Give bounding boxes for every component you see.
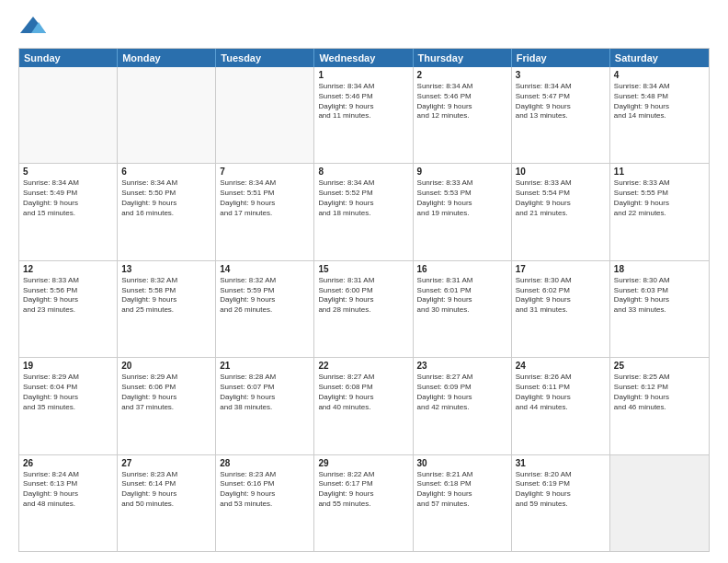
day-number: 8 bbox=[318, 167, 408, 177]
day-number: 9 bbox=[417, 167, 507, 177]
day-number: 20 bbox=[121, 361, 211, 371]
calendar-cell: 24Sunrise: 8:26 AMSunset: 6:11 PMDayligh… bbox=[512, 358, 610, 454]
calendar-cell: 18Sunrise: 8:30 AMSunset: 6:03 PMDayligh… bbox=[610, 261, 709, 357]
day-number: 30 bbox=[417, 458, 507, 468]
calendar-cell bbox=[118, 67, 216, 163]
day-number: 26 bbox=[23, 458, 113, 468]
calendar-cell: 5Sunrise: 8:34 AMSunset: 5:49 PMDaylight… bbox=[19, 164, 118, 259]
cell-content: Sunrise: 8:29 AMSunset: 6:04 PMDaylight:… bbox=[23, 373, 113, 412]
calendar-cell: 6Sunrise: 8:34 AMSunset: 5:50 PMDaylight… bbox=[118, 164, 216, 259]
cell-content: Sunrise: 8:29 AMSunset: 6:06 PMDaylight:… bbox=[121, 373, 211, 412]
calendar-cell: 1Sunrise: 8:34 AMSunset: 5:46 PMDaylight… bbox=[314, 67, 413, 163]
calendar-cell: 16Sunrise: 8:31 AMSunset: 6:01 PMDayligh… bbox=[414, 261, 512, 357]
calendar-cell: 22Sunrise: 8:27 AMSunset: 6:08 PMDayligh… bbox=[314, 358, 413, 454]
calendar-cell: 29Sunrise: 8:22 AMSunset: 6:17 PMDayligh… bbox=[314, 455, 413, 551]
day-number: 21 bbox=[220, 361, 310, 371]
day-number: 29 bbox=[318, 458, 408, 468]
calendar-row: 5Sunrise: 8:34 AMSunset: 5:49 PMDaylight… bbox=[19, 164, 709, 260]
day-number: 27 bbox=[121, 458, 211, 468]
cell-content: Sunrise: 8:27 AMSunset: 6:08 PMDaylight:… bbox=[318, 373, 408, 412]
calendar-cell: 2Sunrise: 8:34 AMSunset: 5:46 PMDaylight… bbox=[414, 67, 512, 163]
day-number: 23 bbox=[417, 361, 507, 371]
calendar-cell: 3Sunrise: 8:34 AMSunset: 5:47 PMDaylight… bbox=[512, 67, 610, 163]
calendar-cell bbox=[19, 67, 118, 163]
cell-content: Sunrise: 8:34 AMSunset: 5:49 PMDaylight:… bbox=[23, 178, 113, 218]
calendar-cell: 7Sunrise: 8:34 AMSunset: 5:51 PMDaylight… bbox=[216, 164, 314, 259]
day-number: 19 bbox=[23, 361, 113, 371]
cell-content: Sunrise: 8:32 AMSunset: 5:58 PMDaylight:… bbox=[121, 276, 211, 316]
cell-content: Sunrise: 8:34 AMSunset: 5:46 PMDaylight:… bbox=[318, 82, 408, 121]
cell-content: Sunrise: 8:21 AMSunset: 6:18 PMDaylight:… bbox=[417, 470, 507, 510]
day-number: 31 bbox=[516, 458, 606, 468]
cell-content: Sunrise: 8:20 AMSunset: 6:19 PMDaylight:… bbox=[516, 470, 606, 510]
logo bbox=[18, 15, 51, 40]
calendar-body: 1Sunrise: 8:34 AMSunset: 5:46 PMDaylight… bbox=[19, 67, 709, 551]
day-number: 25 bbox=[614, 361, 705, 371]
day-number: 3 bbox=[516, 70, 606, 80]
header-day: Saturday bbox=[610, 49, 709, 67]
calendar-row: 1Sunrise: 8:34 AMSunset: 5:46 PMDaylight… bbox=[19, 67, 709, 164]
day-number: 2 bbox=[417, 70, 507, 80]
header-day: Wednesday bbox=[314, 49, 413, 67]
calendar-row: 12Sunrise: 8:33 AMSunset: 5:56 PMDayligh… bbox=[19, 261, 709, 358]
calendar-cell: 12Sunrise: 8:33 AMSunset: 5:56 PMDayligh… bbox=[19, 261, 118, 357]
calendar-row: 19Sunrise: 8:29 AMSunset: 6:04 PMDayligh… bbox=[19, 358, 709, 454]
day-number: 18 bbox=[614, 264, 705, 274]
calendar-cell: 27Sunrise: 8:23 AMSunset: 6:14 PMDayligh… bbox=[118, 455, 216, 551]
day-number: 1 bbox=[318, 70, 408, 80]
calendar-cell: 25Sunrise: 8:25 AMSunset: 6:12 PMDayligh… bbox=[610, 358, 709, 454]
day-number: 16 bbox=[417, 264, 507, 274]
cell-content: Sunrise: 8:34 AMSunset: 5:47 PMDaylight:… bbox=[516, 82, 606, 121]
day-number: 28 bbox=[220, 458, 310, 468]
calendar-cell: 26Sunrise: 8:24 AMSunset: 6:13 PMDayligh… bbox=[19, 455, 118, 551]
cell-content: Sunrise: 8:24 AMSunset: 6:13 PMDaylight:… bbox=[23, 470, 113, 510]
day-number: 4 bbox=[614, 70, 705, 80]
calendar-cell: 20Sunrise: 8:29 AMSunset: 6:06 PMDayligh… bbox=[118, 358, 216, 454]
calendar-cell: 13Sunrise: 8:32 AMSunset: 5:58 PMDayligh… bbox=[118, 261, 216, 357]
cell-content: Sunrise: 8:30 AMSunset: 6:03 PMDaylight:… bbox=[614, 276, 705, 316]
calendar-cell: 14Sunrise: 8:32 AMSunset: 5:59 PMDayligh… bbox=[216, 261, 314, 357]
header-day: Monday bbox=[118, 49, 216, 67]
cell-content: Sunrise: 8:33 AMSunset: 5:53 PMDaylight:… bbox=[417, 178, 507, 218]
day-number: 7 bbox=[220, 167, 310, 177]
calendar-cell: 17Sunrise: 8:30 AMSunset: 6:02 PMDayligh… bbox=[512, 261, 610, 357]
cell-content: Sunrise: 8:34 AMSunset: 5:51 PMDaylight:… bbox=[220, 178, 310, 218]
cell-content: Sunrise: 8:34 AMSunset: 5:52 PMDaylight:… bbox=[318, 178, 408, 218]
header-day: Tuesday bbox=[216, 49, 314, 67]
header-day: Sunday bbox=[19, 49, 118, 67]
calendar-cell: 23Sunrise: 8:27 AMSunset: 6:09 PMDayligh… bbox=[414, 358, 512, 454]
cell-content: Sunrise: 8:33 AMSunset: 5:56 PMDaylight:… bbox=[23, 276, 113, 316]
day-number: 14 bbox=[220, 264, 310, 274]
day-number: 24 bbox=[516, 361, 606, 371]
cell-content: Sunrise: 8:33 AMSunset: 5:55 PMDaylight:… bbox=[614, 178, 705, 218]
calendar-cell: 21Sunrise: 8:28 AMSunset: 6:07 PMDayligh… bbox=[216, 358, 314, 454]
header-day: Friday bbox=[512, 49, 610, 67]
cell-content: Sunrise: 8:25 AMSunset: 6:12 PMDaylight:… bbox=[614, 373, 705, 412]
cell-content: Sunrise: 8:26 AMSunset: 6:11 PMDaylight:… bbox=[516, 373, 606, 412]
calendar-cell bbox=[216, 67, 314, 163]
day-number: 10 bbox=[516, 167, 606, 177]
day-number: 17 bbox=[516, 264, 606, 274]
cell-content: Sunrise: 8:34 AMSunset: 5:50 PMDaylight:… bbox=[121, 178, 211, 218]
calendar-cell: 4Sunrise: 8:34 AMSunset: 5:48 PMDaylight… bbox=[610, 67, 709, 163]
day-number: 6 bbox=[121, 167, 211, 177]
calendar-cell: 15Sunrise: 8:31 AMSunset: 6:00 PMDayligh… bbox=[314, 261, 413, 357]
cell-content: Sunrise: 8:23 AMSunset: 6:16 PMDaylight:… bbox=[220, 470, 310, 510]
calendar-cell: 8Sunrise: 8:34 AMSunset: 5:52 PMDaylight… bbox=[314, 164, 413, 259]
calendar-cell: 11Sunrise: 8:33 AMSunset: 5:55 PMDayligh… bbox=[610, 164, 709, 259]
calendar-cell: 9Sunrise: 8:33 AMSunset: 5:53 PMDaylight… bbox=[414, 164, 512, 259]
cell-content: Sunrise: 8:34 AMSunset: 5:48 PMDaylight:… bbox=[614, 82, 705, 121]
cell-content: Sunrise: 8:30 AMSunset: 6:02 PMDaylight:… bbox=[516, 276, 606, 316]
calendar-cell: 19Sunrise: 8:29 AMSunset: 6:04 PMDayligh… bbox=[19, 358, 118, 454]
cell-content: Sunrise: 8:33 AMSunset: 5:54 PMDaylight:… bbox=[516, 178, 606, 218]
cell-content: Sunrise: 8:23 AMSunset: 6:14 PMDaylight:… bbox=[121, 470, 211, 510]
day-number: 12 bbox=[23, 264, 113, 274]
calendar-cell: 10Sunrise: 8:33 AMSunset: 5:54 PMDayligh… bbox=[512, 164, 610, 259]
day-number: 5 bbox=[23, 167, 113, 177]
cell-content: Sunrise: 8:31 AMSunset: 6:01 PMDaylight:… bbox=[417, 276, 507, 316]
cell-content: Sunrise: 8:22 AMSunset: 6:17 PMDaylight:… bbox=[318, 470, 408, 510]
cell-content: Sunrise: 8:32 AMSunset: 5:59 PMDaylight:… bbox=[220, 276, 310, 316]
calendar-cell bbox=[610, 455, 709, 551]
cell-content: Sunrise: 8:28 AMSunset: 6:07 PMDaylight:… bbox=[220, 373, 310, 412]
calendar: SundayMondayTuesdayWednesdayThursdayFrid… bbox=[18, 48, 710, 552]
